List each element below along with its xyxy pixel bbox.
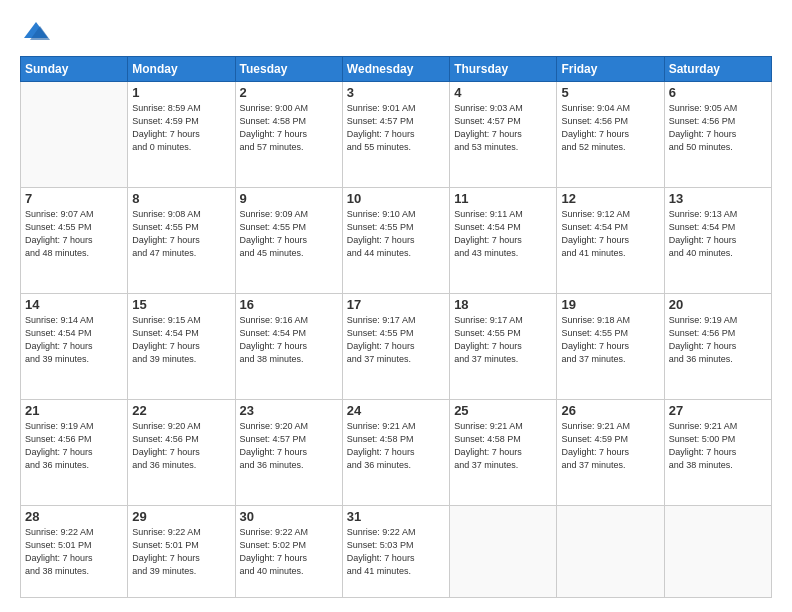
calendar-cell — [664, 506, 771, 598]
day-number: 4 — [454, 85, 552, 100]
day-info: Sunrise: 9:16 AMSunset: 4:54 PMDaylight:… — [240, 314, 338, 366]
day-info: Sunrise: 9:10 AMSunset: 4:55 PMDaylight:… — [347, 208, 445, 260]
weekday-header-wednesday: Wednesday — [342, 57, 449, 82]
day-number: 2 — [240, 85, 338, 100]
weekday-header-saturday: Saturday — [664, 57, 771, 82]
day-info: Sunrise: 9:19 AMSunset: 4:56 PMDaylight:… — [25, 420, 123, 472]
day-info: Sunrise: 9:11 AMSunset: 4:54 PMDaylight:… — [454, 208, 552, 260]
day-info: Sunrise: 9:08 AMSunset: 4:55 PMDaylight:… — [132, 208, 230, 260]
calendar-week-5: 28Sunrise: 9:22 AMSunset: 5:01 PMDayligh… — [21, 506, 772, 598]
calendar-cell: 11Sunrise: 9:11 AMSunset: 4:54 PMDayligh… — [450, 188, 557, 294]
calendar-cell: 6Sunrise: 9:05 AMSunset: 4:56 PMDaylight… — [664, 82, 771, 188]
calendar-cell: 9Sunrise: 9:09 AMSunset: 4:55 PMDaylight… — [235, 188, 342, 294]
day-info: Sunrise: 9:04 AMSunset: 4:56 PMDaylight:… — [561, 102, 659, 154]
calendar-cell: 19Sunrise: 9:18 AMSunset: 4:55 PMDayligh… — [557, 294, 664, 400]
day-number: 8 — [132, 191, 230, 206]
weekday-header-thursday: Thursday — [450, 57, 557, 82]
weekday-header-sunday: Sunday — [21, 57, 128, 82]
day-number: 7 — [25, 191, 123, 206]
page: SundayMondayTuesdayWednesdayThursdayFrid… — [0, 0, 792, 612]
day-number: 22 — [132, 403, 230, 418]
day-number: 13 — [669, 191, 767, 206]
calendar-cell: 23Sunrise: 9:20 AMSunset: 4:57 PMDayligh… — [235, 400, 342, 506]
day-info: Sunrise: 9:15 AMSunset: 4:54 PMDaylight:… — [132, 314, 230, 366]
day-info: Sunrise: 9:03 AMSunset: 4:57 PMDaylight:… — [454, 102, 552, 154]
day-number: 27 — [669, 403, 767, 418]
logo-icon — [22, 18, 50, 46]
calendar-cell: 4Sunrise: 9:03 AMSunset: 4:57 PMDaylight… — [450, 82, 557, 188]
day-number: 29 — [132, 509, 230, 524]
day-number: 5 — [561, 85, 659, 100]
day-number: 24 — [347, 403, 445, 418]
calendar-cell: 26Sunrise: 9:21 AMSunset: 4:59 PMDayligh… — [557, 400, 664, 506]
calendar-cell: 14Sunrise: 9:14 AMSunset: 4:54 PMDayligh… — [21, 294, 128, 400]
calendar-cell: 8Sunrise: 9:08 AMSunset: 4:55 PMDaylight… — [128, 188, 235, 294]
calendar-cell: 21Sunrise: 9:19 AMSunset: 4:56 PMDayligh… — [21, 400, 128, 506]
day-info: Sunrise: 9:17 AMSunset: 4:55 PMDaylight:… — [454, 314, 552, 366]
calendar-week-4: 21Sunrise: 9:19 AMSunset: 4:56 PMDayligh… — [21, 400, 772, 506]
day-info: Sunrise: 9:01 AMSunset: 4:57 PMDaylight:… — [347, 102, 445, 154]
day-info: Sunrise: 9:22 AMSunset: 5:01 PMDaylight:… — [132, 526, 230, 578]
weekday-header-tuesday: Tuesday — [235, 57, 342, 82]
calendar-week-3: 14Sunrise: 9:14 AMSunset: 4:54 PMDayligh… — [21, 294, 772, 400]
day-number: 3 — [347, 85, 445, 100]
day-info: Sunrise: 9:14 AMSunset: 4:54 PMDaylight:… — [25, 314, 123, 366]
day-info: Sunrise: 9:20 AMSunset: 4:57 PMDaylight:… — [240, 420, 338, 472]
day-info: Sunrise: 9:21 AMSunset: 4:58 PMDaylight:… — [347, 420, 445, 472]
day-number: 19 — [561, 297, 659, 312]
day-info: Sunrise: 9:00 AMSunset: 4:58 PMDaylight:… — [240, 102, 338, 154]
weekday-header-monday: Monday — [128, 57, 235, 82]
calendar-cell: 1Sunrise: 8:59 AMSunset: 4:59 PMDaylight… — [128, 82, 235, 188]
day-number: 30 — [240, 509, 338, 524]
calendar-week-2: 7Sunrise: 9:07 AMSunset: 4:55 PMDaylight… — [21, 188, 772, 294]
day-info: Sunrise: 9:18 AMSunset: 4:55 PMDaylight:… — [561, 314, 659, 366]
calendar-cell: 2Sunrise: 9:00 AMSunset: 4:58 PMDaylight… — [235, 82, 342, 188]
calendar-cell: 12Sunrise: 9:12 AMSunset: 4:54 PMDayligh… — [557, 188, 664, 294]
calendar-cell: 31Sunrise: 9:22 AMSunset: 5:03 PMDayligh… — [342, 506, 449, 598]
day-info: Sunrise: 9:21 AMSunset: 4:59 PMDaylight:… — [561, 420, 659, 472]
day-info: Sunrise: 8:59 AMSunset: 4:59 PMDaylight:… — [132, 102, 230, 154]
day-info: Sunrise: 9:13 AMSunset: 4:54 PMDaylight:… — [669, 208, 767, 260]
weekday-header-row: SundayMondayTuesdayWednesdayThursdayFrid… — [21, 57, 772, 82]
calendar-cell: 17Sunrise: 9:17 AMSunset: 4:55 PMDayligh… — [342, 294, 449, 400]
day-number: 9 — [240, 191, 338, 206]
day-info: Sunrise: 9:19 AMSunset: 4:56 PMDaylight:… — [669, 314, 767, 366]
calendar-table: SundayMondayTuesdayWednesdayThursdayFrid… — [20, 56, 772, 598]
calendar-cell — [21, 82, 128, 188]
day-info: Sunrise: 9:21 AMSunset: 5:00 PMDaylight:… — [669, 420, 767, 472]
calendar-cell — [557, 506, 664, 598]
calendar-cell: 3Sunrise: 9:01 AMSunset: 4:57 PMDaylight… — [342, 82, 449, 188]
day-info: Sunrise: 9:21 AMSunset: 4:58 PMDaylight:… — [454, 420, 552, 472]
calendar-cell: 16Sunrise: 9:16 AMSunset: 4:54 PMDayligh… — [235, 294, 342, 400]
calendar-cell: 18Sunrise: 9:17 AMSunset: 4:55 PMDayligh… — [450, 294, 557, 400]
weekday-header-friday: Friday — [557, 57, 664, 82]
day-info: Sunrise: 9:07 AMSunset: 4:55 PMDaylight:… — [25, 208, 123, 260]
day-number: 31 — [347, 509, 445, 524]
calendar-cell: 27Sunrise: 9:21 AMSunset: 5:00 PMDayligh… — [664, 400, 771, 506]
day-number: 11 — [454, 191, 552, 206]
day-number: 25 — [454, 403, 552, 418]
header — [20, 18, 772, 46]
calendar-cell: 22Sunrise: 9:20 AMSunset: 4:56 PMDayligh… — [128, 400, 235, 506]
day-number: 12 — [561, 191, 659, 206]
calendar-cell: 30Sunrise: 9:22 AMSunset: 5:02 PMDayligh… — [235, 506, 342, 598]
calendar-cell: 5Sunrise: 9:04 AMSunset: 4:56 PMDaylight… — [557, 82, 664, 188]
day-number: 17 — [347, 297, 445, 312]
day-info: Sunrise: 9:20 AMSunset: 4:56 PMDaylight:… — [132, 420, 230, 472]
calendar-cell — [450, 506, 557, 598]
calendar-cell: 20Sunrise: 9:19 AMSunset: 4:56 PMDayligh… — [664, 294, 771, 400]
day-number: 26 — [561, 403, 659, 418]
calendar-week-1: 1Sunrise: 8:59 AMSunset: 4:59 PMDaylight… — [21, 82, 772, 188]
day-number: 14 — [25, 297, 123, 312]
day-number: 16 — [240, 297, 338, 312]
day-number: 21 — [25, 403, 123, 418]
calendar-cell: 13Sunrise: 9:13 AMSunset: 4:54 PMDayligh… — [664, 188, 771, 294]
calendar-cell: 10Sunrise: 9:10 AMSunset: 4:55 PMDayligh… — [342, 188, 449, 294]
day-number: 10 — [347, 191, 445, 206]
day-info: Sunrise: 9:22 AMSunset: 5:03 PMDaylight:… — [347, 526, 445, 578]
day-info: Sunrise: 9:05 AMSunset: 4:56 PMDaylight:… — [669, 102, 767, 154]
day-number: 6 — [669, 85, 767, 100]
calendar-cell: 25Sunrise: 9:21 AMSunset: 4:58 PMDayligh… — [450, 400, 557, 506]
calendar-cell: 7Sunrise: 9:07 AMSunset: 4:55 PMDaylight… — [21, 188, 128, 294]
day-number: 20 — [669, 297, 767, 312]
